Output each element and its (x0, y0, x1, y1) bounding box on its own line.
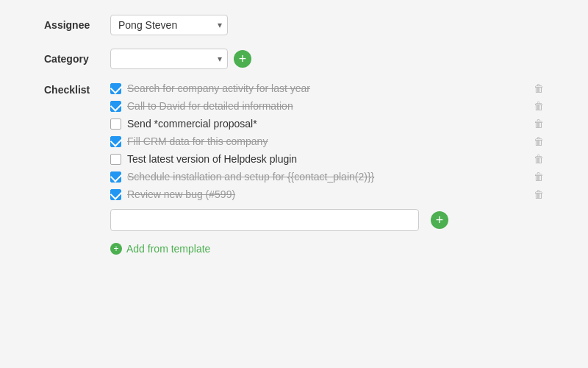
list-item: Call to David for detailed information 🗑 (110, 100, 544, 112)
assignee-select-wrapper: Pong Steven ▾ (110, 15, 228, 35)
list-item: Test latest version of Helpdesk plugin 🗑 (110, 153, 544, 165)
checklist-label: Checklist (44, 82, 110, 96)
checklist-item-text-5: Test latest version of Helpdesk plugin (127, 153, 528, 165)
list-item: Fill CRM data for this company 🗑 (110, 135, 544, 147)
assignee-label: Assignee (44, 19, 110, 31)
checklist-checkbox-2[interactable] (110, 101, 121, 112)
checklist-new-item-row: + (110, 209, 544, 231)
plus-icon: + (239, 52, 247, 66)
list-item: Schedule installation and setup for {{co… (110, 171, 544, 183)
category-select-wrapper: ▾ (110, 49, 228, 69)
checklist-item-text-7: Review new bug (#599) (127, 188, 528, 200)
delete-icon-3[interactable]: 🗑 (534, 118, 544, 130)
list-item: Search for company activity for last yea… (110, 82, 544, 94)
checklist-checkbox-7[interactable] (110, 189, 121, 200)
checklist-checkbox-3[interactable] (110, 118, 121, 130)
delete-icon-7[interactable]: 🗑 (534, 188, 544, 200)
template-circle-icon: + (110, 243, 122, 255)
add-from-template-row[interactable]: + Add from template (110, 243, 544, 255)
plus-icon: + (436, 213, 444, 227)
checklist-item-text-1: Search for company activity for last yea… (127, 82, 528, 94)
delete-icon-5[interactable]: 🗑 (534, 153, 544, 165)
delete-icon-1[interactable]: 🗑 (534, 82, 544, 94)
checklist-new-item-input[interactable] (110, 209, 419, 231)
checklist-item-text-6: Schedule installation and setup for {{co… (127, 171, 528, 183)
checklist-items-container: Search for company activity for last yea… (110, 82, 544, 255)
checklist-checkbox-6[interactable] (110, 171, 121, 183)
checklist-checkbox-4[interactable] (110, 136, 121, 147)
delete-icon-6[interactable]: 🗑 (534, 171, 544, 183)
category-row: Category ▾ + (44, 49, 544, 69)
add-category-button[interactable]: + (234, 50, 251, 68)
checklist-checkbox-5[interactable] (110, 154, 121, 165)
category-select[interactable] (110, 49, 228, 69)
assignee-row: Assignee Pong Steven ▾ (44, 15, 544, 35)
plus-icon: + (113, 244, 118, 254)
checklist-item-text-2: Call to David for detailed information (127, 100, 528, 112)
checklist-item-text-4: Fill CRM data for this company (127, 135, 528, 147)
delete-icon-2[interactable]: 🗑 (534, 100, 544, 112)
add-checklist-item-button[interactable]: + (431, 211, 448, 229)
category-label: Category (44, 53, 110, 65)
delete-icon-4[interactable]: 🗑 (534, 135, 544, 147)
list-item: Review new bug (#599) 🗑 (110, 188, 544, 200)
add-from-template-link[interactable]: Add from template (126, 243, 210, 255)
checklist-section: Checklist Search for company activity fo… (44, 82, 544, 255)
checklist-checkbox-1[interactable] (110, 83, 121, 94)
assignee-select[interactable]: Pong Steven (110, 15, 228, 35)
checklist-item-text-3: Send *commercial proposal* (127, 118, 528, 130)
list-item: Send *commercial proposal* 🗑 (110, 118, 544, 130)
